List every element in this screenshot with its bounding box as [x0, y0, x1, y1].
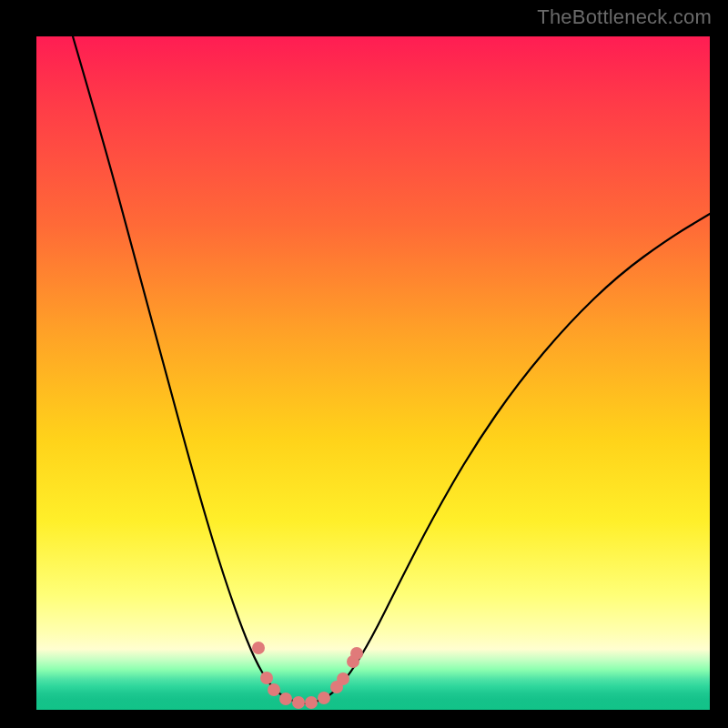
marker-dot	[268, 683, 280, 696]
marker-dot	[279, 693, 292, 705]
marker-dot	[337, 672, 349, 685]
marker-dot	[318, 692, 330, 704]
chart-svg	[36, 36, 710, 710]
watermark-text: TheBottleneck.com	[537, 5, 712, 29]
marker-dot	[252, 642, 265, 654]
left-curve	[73, 36, 306, 703]
plot-area	[36, 36, 710, 710]
marker-dot	[350, 647, 363, 660]
marker-dot	[260, 672, 273, 684]
marker-dot	[305, 696, 318, 709]
right-curve	[306, 214, 710, 703]
marker-dot	[292, 696, 305, 709]
chart-stage: TheBottleneck.com	[0, 0, 728, 728]
markers-group	[252, 642, 363, 709]
